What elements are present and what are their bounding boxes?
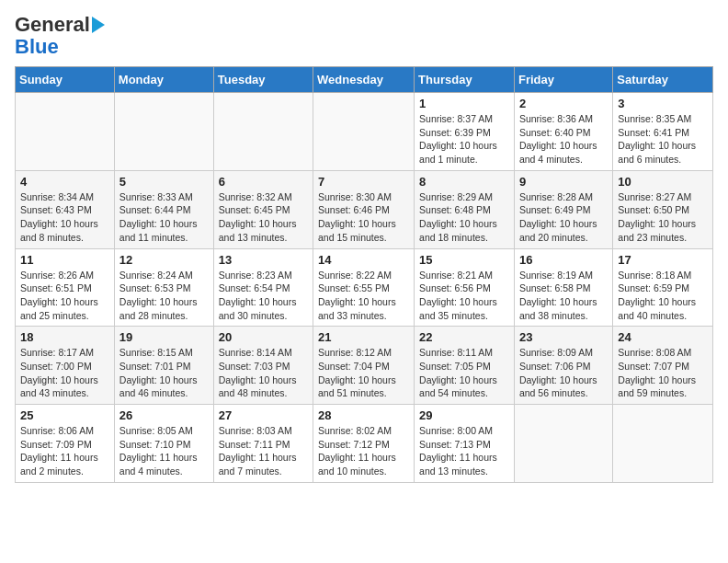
day-cell: 18Sunrise: 8:17 AM Sunset: 7:00 PM Dayli… <box>16 327 115 405</box>
day-detail: Sunrise: 8:29 AM Sunset: 6:48 PM Dayligh… <box>419 190 509 245</box>
day-number: 4 <box>20 175 109 189</box>
day-number: 7 <box>318 175 409 189</box>
header-col-thursday: Thursday <box>415 67 515 93</box>
day-cell: 10Sunrise: 8:27 AM Sunset: 6:50 PM Dayli… <box>613 170 713 248</box>
day-detail: Sunrise: 8:14 AM Sunset: 7:03 PM Dayligh… <box>219 346 308 400</box>
day-number: 18 <box>20 330 109 344</box>
day-cell: 17Sunrise: 8:18 AM Sunset: 6:59 PM Dayli… <box>613 248 713 327</box>
day-detail: Sunrise: 8:08 AM Sunset: 7:07 PM Dayligh… <box>618 346 708 400</box>
day-cell: 2Sunrise: 8:36 AM Sunset: 6:40 PM Daylig… <box>514 93 612 171</box>
day-cell: 19Sunrise: 8:15 AM Sunset: 7:01 PM Dayli… <box>114 327 213 405</box>
day-cell: 8Sunrise: 8:29 AM Sunset: 6:48 PM Daylig… <box>415 170 515 248</box>
header-row: SundayMondayTuesdayWednesdayThursdayFrid… <box>16 67 713 93</box>
day-number: 1 <box>419 97 509 110</box>
day-cell: 6Sunrise: 8:32 AM Sunset: 6:45 PM Daylig… <box>213 170 313 248</box>
day-detail: Sunrise: 8:32 AM Sunset: 6:45 PM Dayligh… <box>219 190 308 245</box>
day-detail: Sunrise: 8:26 AM Sunset: 6:51 PM Dayligh… <box>20 269 109 323</box>
day-cell <box>16 93 115 171</box>
day-cell: 24Sunrise: 8:08 AM Sunset: 7:07 PM Dayli… <box>613 327 713 405</box>
day-detail: Sunrise: 8:18 AM Sunset: 6:59 PM Dayligh… <box>618 269 708 323</box>
day-detail: Sunrise: 8:24 AM Sunset: 6:53 PM Dayligh… <box>119 269 209 323</box>
logo: General Blue <box>15 15 105 59</box>
day-number: 25 <box>20 408 109 422</box>
day-number: 16 <box>519 253 608 267</box>
day-detail: Sunrise: 8:11 AM Sunset: 7:05 PM Dayligh… <box>419 346 509 400</box>
day-cell <box>313 93 415 171</box>
day-cell: 12Sunrise: 8:24 AM Sunset: 6:53 PM Dayli… <box>114 248 213 327</box>
day-cell: 26Sunrise: 8:05 AM Sunset: 7:10 PM Dayli… <box>114 405 213 483</box>
header-col-friday: Friday <box>514 67 612 93</box>
day-detail: Sunrise: 8:19 AM Sunset: 6:58 PM Dayligh… <box>519 269 608 323</box>
header-col-saturday: Saturday <box>613 67 713 93</box>
day-cell: 13Sunrise: 8:23 AM Sunset: 6:54 PM Dayli… <box>213 248 313 327</box>
day-detail: Sunrise: 8:22 AM Sunset: 6:55 PM Dayligh… <box>318 269 409 323</box>
day-cell: 21Sunrise: 8:12 AM Sunset: 7:04 PM Dayli… <box>313 327 415 405</box>
header: General Blue <box>15 15 713 59</box>
day-cell: 16Sunrise: 8:19 AM Sunset: 6:58 PM Dayli… <box>514 248 612 327</box>
day-number: 27 <box>219 408 308 422</box>
logo-text-blue: Blue <box>15 35 59 59</box>
header-col-tuesday: Tuesday <box>213 67 313 93</box>
day-detail: Sunrise: 8:17 AM Sunset: 7:00 PM Dayligh… <box>20 346 109 400</box>
day-number: 21 <box>318 330 409 344</box>
day-detail: Sunrise: 8:21 AM Sunset: 6:56 PM Dayligh… <box>419 269 509 323</box>
calendar-header: SundayMondayTuesdayWednesdayThursdayFrid… <box>16 67 713 93</box>
day-detail: Sunrise: 8:30 AM Sunset: 6:46 PM Dayligh… <box>318 190 409 245</box>
day-cell: 23Sunrise: 8:09 AM Sunset: 7:06 PM Dayli… <box>514 327 612 405</box>
day-cell <box>514 405 612 483</box>
day-cell: 22Sunrise: 8:11 AM Sunset: 7:05 PM Dayli… <box>415 327 515 405</box>
calendar-table: SundayMondayTuesdayWednesdayThursdayFrid… <box>15 66 713 483</box>
day-cell: 9Sunrise: 8:28 AM Sunset: 6:49 PM Daylig… <box>514 170 612 248</box>
day-number: 22 <box>419 330 509 344</box>
day-cell: 27Sunrise: 8:03 AM Sunset: 7:11 PM Dayli… <box>213 405 313 483</box>
day-detail: Sunrise: 8:12 AM Sunset: 7:04 PM Dayligh… <box>318 346 409 400</box>
day-cell: 25Sunrise: 8:06 AM Sunset: 7:09 PM Dayli… <box>16 405 115 483</box>
day-number: 14 <box>318 253 409 267</box>
day-number: 20 <box>219 330 308 344</box>
day-cell: 4Sunrise: 8:34 AM Sunset: 6:43 PM Daylig… <box>16 170 115 248</box>
day-detail: Sunrise: 8:23 AM Sunset: 6:54 PM Dayligh… <box>219 269 308 323</box>
day-cell: 5Sunrise: 8:33 AM Sunset: 6:44 PM Daylig… <box>114 170 213 248</box>
day-number: 19 <box>119 330 209 344</box>
day-number: 8 <box>419 175 509 189</box>
day-detail: Sunrise: 8:15 AM Sunset: 7:01 PM Dayligh… <box>119 346 209 400</box>
week-row-5: 25Sunrise: 8:06 AM Sunset: 7:09 PM Dayli… <box>16 405 713 483</box>
week-row-3: 11Sunrise: 8:26 AM Sunset: 6:51 PM Dayli… <box>16 248 713 327</box>
day-cell: 11Sunrise: 8:26 AM Sunset: 6:51 PM Dayli… <box>16 248 115 327</box>
day-detail: Sunrise: 8:02 AM Sunset: 7:12 PM Dayligh… <box>318 424 409 478</box>
day-number: 9 <box>519 175 608 189</box>
logo-arrow-icon <box>92 17 105 33</box>
header-col-sunday: Sunday <box>16 67 115 93</box>
day-detail: Sunrise: 8:34 AM Sunset: 6:43 PM Dayligh… <box>20 190 109 245</box>
day-cell: 15Sunrise: 8:21 AM Sunset: 6:56 PM Dayli… <box>415 248 515 327</box>
day-cell: 7Sunrise: 8:30 AM Sunset: 6:46 PM Daylig… <box>313 170 415 248</box>
day-detail: Sunrise: 8:06 AM Sunset: 7:09 PM Dayligh… <box>20 424 109 478</box>
day-detail: Sunrise: 8:36 AM Sunset: 6:40 PM Dayligh… <box>519 112 608 167</box>
day-number: 13 <box>219 253 308 267</box>
week-row-4: 18Sunrise: 8:17 AM Sunset: 7:00 PM Dayli… <box>16 327 713 405</box>
day-number: 6 <box>219 175 308 189</box>
logo-text-general: General <box>15 15 90 35</box>
day-detail: Sunrise: 8:33 AM Sunset: 6:44 PM Dayligh… <box>119 190 209 245</box>
day-number: 15 <box>419 253 509 267</box>
day-number: 3 <box>618 97 708 110</box>
day-cell: 20Sunrise: 8:14 AM Sunset: 7:03 PM Dayli… <box>213 327 313 405</box>
header-col-wednesday: Wednesday <box>313 67 415 93</box>
day-number: 11 <box>20 253 109 267</box>
day-cell: 1Sunrise: 8:37 AM Sunset: 6:39 PM Daylig… <box>415 93 515 171</box>
day-number: 12 <box>119 253 209 267</box>
day-number: 24 <box>618 330 708 344</box>
week-row-2: 4Sunrise: 8:34 AM Sunset: 6:43 PM Daylig… <box>16 170 713 248</box>
day-number: 29 <box>419 408 509 422</box>
day-detail: Sunrise: 8:00 AM Sunset: 7:13 PM Dayligh… <box>419 424 509 478</box>
calendar-body: 1Sunrise: 8:37 AM Sunset: 6:39 PM Daylig… <box>16 93 713 483</box>
day-cell <box>613 405 713 483</box>
day-cell: 29Sunrise: 8:00 AM Sunset: 7:13 PM Dayli… <box>415 405 515 483</box>
day-cell: 3Sunrise: 8:35 AM Sunset: 6:41 PM Daylig… <box>613 93 713 171</box>
day-cell <box>213 93 313 171</box>
week-row-1: 1Sunrise: 8:37 AM Sunset: 6:39 PM Daylig… <box>16 93 713 171</box>
day-detail: Sunrise: 8:09 AM Sunset: 7:06 PM Dayligh… <box>519 346 608 400</box>
day-number: 5 <box>119 175 209 189</box>
day-detail: Sunrise: 8:27 AM Sunset: 6:50 PM Dayligh… <box>618 190 708 245</box>
day-number: 23 <box>519 330 608 344</box>
